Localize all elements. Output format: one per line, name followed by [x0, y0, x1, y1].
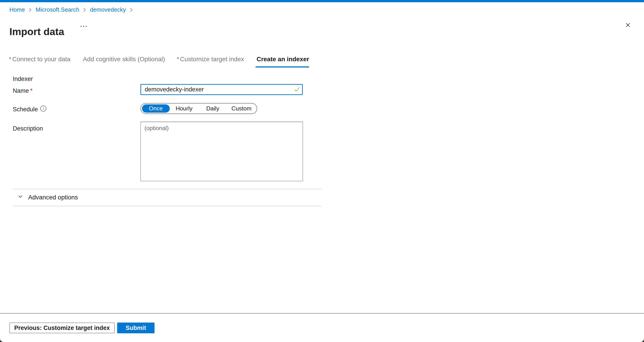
description-textarea[interactable] [140, 122, 303, 181]
import-data-panel: Home Microsoft.Search demovedecky Import… [0, 0, 644, 342]
breadcrumb-separator-icon [129, 7, 134, 13]
tab-label: Customize target index [180, 56, 244, 62]
tab-label: Create an indexer [256, 56, 309, 62]
more-options-button[interactable]: … [78, 19, 90, 30]
breadcrumb-link-home[interactable]: Home [10, 6, 25, 13]
breadcrumb-link-demovedecky[interactable]: demovedecky [90, 6, 126, 13]
submit-button[interactable]: Submit [117, 322, 154, 333]
tab-add-cognitive-skills[interactable]: Add cognitive skills (Optional) [82, 56, 165, 68]
valid-check-icon [294, 86, 300, 94]
name-label: Name* [13, 88, 33, 94]
divider [13, 189, 321, 189]
schedule-option-custom[interactable]: Custom [227, 104, 256, 114]
schedule-options-rest: Hourly Daily Custom [170, 104, 256, 114]
description-label: Description [13, 125, 43, 132]
more-icon: … [80, 20, 88, 29]
tab-create-an-indexer[interactable]: Create an indexer [256, 56, 309, 68]
breadcrumb-separator-icon [28, 7, 32, 13]
tab-customize-target-index[interactable]: *Customize target index [177, 56, 244, 68]
name-field-wrapper [140, 84, 303, 95]
page-title: Import data [10, 26, 64, 38]
footer-divider [0, 313, 644, 314]
chevron-down-icon [17, 193, 24, 202]
info-icon[interactable]: i [40, 106, 46, 112]
schedule-label: Schedule [13, 106, 38, 113]
previous-button[interactable]: Previous: Customize target index [10, 322, 115, 333]
tab-label: Add cognitive skills (Optional) [83, 56, 165, 62]
tab-label: Connect to your data [12, 56, 70, 62]
tab-required-mark: * [177, 56, 179, 62]
tab-connect-to-your-data[interactable]: *Connect to your data [9, 56, 70, 68]
breadcrumb-link-microsoft-search[interactable]: Microsoft.Search [36, 6, 79, 13]
required-asterisk: * [30, 88, 33, 94]
close-icon [624, 22, 631, 29]
wizard-tab-bar: *Connect to your data Add cognitive skil… [9, 56, 309, 68]
indexer-name-input[interactable] [140, 84, 303, 95]
breadcrumb: Home Microsoft.Search demovedecky [10, 6, 134, 13]
schedule-option-hourly[interactable]: Hourly [170, 104, 198, 114]
advanced-options-toggle[interactable]: Advanced options [17, 193, 78, 202]
breadcrumb-separator-icon [82, 7, 87, 13]
indexer-section-title: Indexer [13, 76, 33, 82]
schedule-toggle-group: Once Hourly Daily Custom [140, 103, 257, 114]
close-button[interactable] [623, 20, 633, 30]
name-label-text: Name [13, 88, 29, 94]
advanced-options-label: Advanced options [28, 194, 78, 201]
top-accent-bar [0, 0, 644, 2]
schedule-option-daily[interactable]: Daily [198, 104, 227, 114]
tab-required-mark: * [9, 56, 12, 62]
divider [13, 206, 321, 206]
schedule-option-once[interactable]: Once [142, 104, 170, 113]
